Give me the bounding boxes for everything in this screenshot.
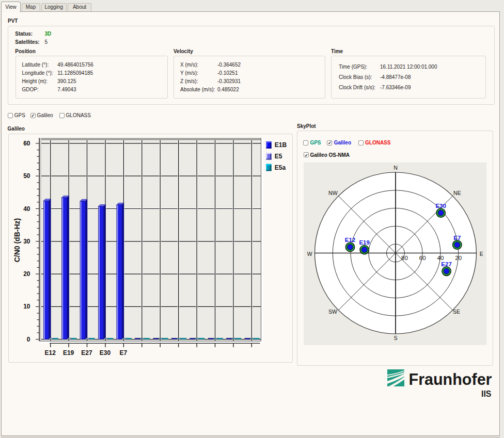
svg-text:10: 10: [23, 303, 30, 311]
svg-text:E5: E5: [274, 153, 282, 160]
svg-text:C/N0 (dB-Hz): C/N0 (dB-Hz): [12, 218, 21, 263]
svg-text:NE: NE: [453, 190, 461, 196]
svg-text:20: 20: [455, 255, 462, 261]
svg-text:60: 60: [23, 140, 30, 147]
svg-text:S: S: [393, 335, 397, 341]
svg-text:40: 40: [23, 205, 30, 213]
svg-text:E12: E12: [345, 237, 355, 243]
svg-text:20: 20: [23, 270, 30, 278]
svg-text:E19: E19: [62, 349, 74, 356]
svg-text:E1B: E1B: [274, 141, 287, 149]
svg-text:E12: E12: [44, 349, 56, 356]
svg-text:E27: E27: [441, 261, 451, 267]
svg-text:E30: E30: [435, 203, 446, 209]
svg-text:50: 50: [23, 173, 30, 180]
svg-text:NW: NW: [328, 190, 338, 196]
svg-text:40: 40: [437, 255, 444, 261]
svg-text:60: 60: [419, 255, 426, 261]
svg-text:E5a: E5a: [274, 164, 286, 171]
svg-text:E19: E19: [359, 239, 369, 246]
svg-text:30: 30: [23, 238, 30, 245]
svg-text:W: W: [307, 251, 312, 257]
svg-text:E7: E7: [119, 349, 127, 356]
svg-text:0: 0: [26, 336, 30, 343]
svg-text:N: N: [393, 165, 398, 171]
svg-text:80: 80: [401, 255, 408, 261]
svg-text:SW: SW: [328, 309, 337, 315]
svg-text:E30: E30: [99, 349, 111, 356]
svg-text:E27: E27: [81, 349, 92, 356]
svg-text:E7: E7: [453, 235, 461, 241]
svg-text:E: E: [480, 251, 483, 257]
svg-text:SE: SE: [453, 309, 460, 315]
